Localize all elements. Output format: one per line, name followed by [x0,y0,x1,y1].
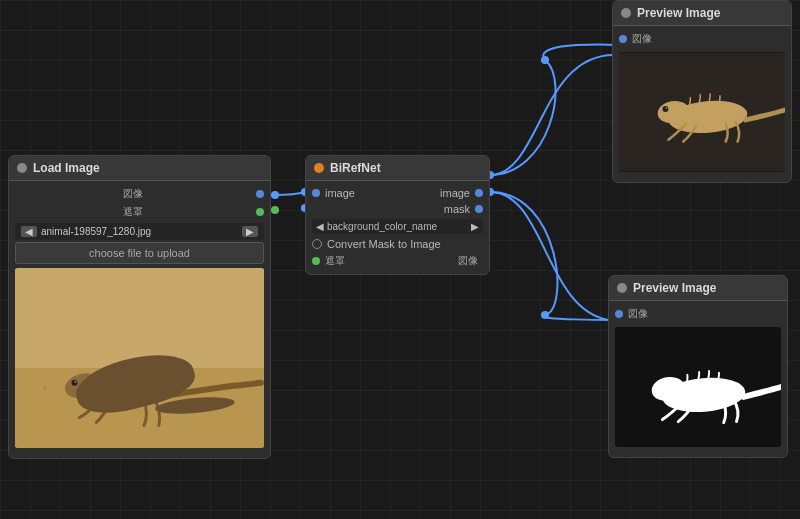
dropdown-left-arrow[interactable]: ◀ [316,221,324,232]
svg-rect-9 [15,368,264,447]
output-mask-row: 遮罩 [9,203,270,221]
output-mask-port[interactable] [256,208,264,216]
birefnet-mask-out-label: mask [444,203,470,215]
sand-lizard-svg [15,268,264,448]
birefnet-image-out-label: image [440,187,470,199]
load-image-header: Load Image [9,156,270,181]
svg-point-22 [665,107,667,109]
birefnet-extra-left-port[interactable] [312,257,320,265]
preview-top-status-dot [621,8,631,18]
svg-point-17 [75,381,77,383]
svg-point-16 [72,380,78,386]
output-image-label: 図像 [123,187,143,201]
birefnet-mask-out-port[interactable] [475,205,483,213]
birefnet-image-in-port[interactable] [312,189,320,197]
filename-display: animal-198597_1280.jpg [41,226,238,237]
preview-bottom-svg [615,327,781,447]
birefnet-status-dot [314,163,324,173]
preview-bottom-header: Preview Image [609,276,787,301]
dropdown-right-arrow[interactable]: ▶ [471,221,479,232]
preview-bottom-port-row: 図像 [609,305,787,323]
convert-mask-checkbox[interactable] [312,239,322,249]
preview-top-title: Preview Image [637,6,720,20]
birefnet-extra-row: 遮罩 図像 [306,252,489,270]
birefnet-content: image image mask ◀ background_color_name… [306,181,489,274]
output-image-row: 図像 [9,185,270,203]
birefnet-node: BiRefNet image image mask ◀ background_c… [305,155,490,275]
birefnet-image-in-label: image [325,187,355,199]
preview-top-content: 図像 [613,26,791,182]
birefnet-dropdown[interactable]: ◀ background_color_name ▶ [312,219,483,234]
birefnet-extra-right-label: 図像 [458,254,478,268]
load-image-title: Load Image [33,161,100,175]
preview-bottom-image [615,327,781,447]
load-image-status-dot [17,163,27,173]
birefnet-header: BiRefNet [306,156,489,181]
upload-button[interactable]: choose file to upload [15,242,264,264]
preview-bottom-title: Preview Image [633,281,716,295]
preview-top-header: Preview Image [613,1,791,26]
preview-node-bottom: Preview Image 図像 [608,275,788,458]
svg-point-21 [662,106,668,112]
birefnet-image-out-port[interactable] [475,189,483,197]
preview-top-image [619,52,785,172]
file-input-row[interactable]: ◀ animal-198597_1280.jpg ▶ [15,223,264,240]
preview-top-input-port[interactable] [619,35,627,43]
load-image-content: 図像 遮罩 ◀ animal-198597_1280.jpg ▶ choose … [9,181,270,458]
file-next-button[interactable]: ▶ [242,226,258,237]
birefnet-extra-left-label: 遮罩 [325,254,345,268]
preview-bottom-input-port[interactable] [615,310,623,318]
birefnet-title: BiRefNet [330,161,381,175]
svg-point-13 [162,425,166,429]
svg-point-11 [91,405,97,411]
dropdown-value: background_color_name [327,221,468,232]
file-prev-button[interactable]: ◀ [21,226,37,237]
svg-point-10 [43,386,47,390]
preview-top-svg [619,52,785,172]
output-image-port[interactable] [256,190,264,198]
preview-bottom-content: 図像 [609,301,787,457]
load-image-preview [15,268,264,448]
preview-top-port-label: 図像 [632,32,652,46]
svg-point-12 [211,396,215,400]
preview-bottom-port-label: 図像 [628,307,648,321]
preview-node-top: Preview Image 図像 [612,0,792,183]
birefnet-dropdown-row: ◀ background_color_name ▶ [306,217,489,236]
convert-mask-label: Convert Mask to Image [327,238,441,250]
svg-point-14 [77,367,171,418]
load-image-node: Load Image 図像 遮罩 ◀ animal-198597_1280.jp… [8,155,271,459]
preview-bottom-status-dot [617,283,627,293]
convert-mask-row: Convert Mask to Image [306,236,489,252]
birefnet-mask-row: mask [306,201,489,217]
birefnet-image-row: image image [306,185,489,201]
preview-top-port-row: 図像 [613,30,791,48]
output-mask-label: 遮罩 [123,205,143,219]
preview-lizard-sand [15,268,264,448]
